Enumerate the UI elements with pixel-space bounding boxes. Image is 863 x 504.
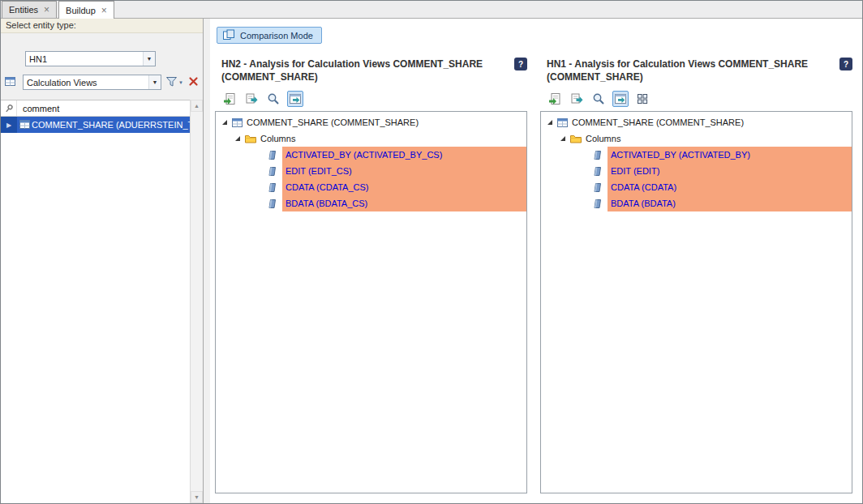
tree-folder-label: Columns: [586, 134, 620, 143]
panel-hn2-title: HN2 - Analysis for Calculation Views COM…: [221, 58, 514, 83]
view-type-dropdown[interactable]: Calculation Views ▼: [23, 75, 161, 90]
folder-icon: [570, 134, 582, 144]
clear-filter-icon: [188, 76, 199, 89]
entity-type-label: Select entity type:: [1, 19, 203, 33]
tree-node-columns[interactable]: Columns: [216, 130, 526, 147]
tree-node-root[interactable]: COMMENT_SHARE (COMMENT_SHARE): [216, 114, 526, 130]
help-icon[interactable]: ?: [839, 58, 852, 70]
tree-item-activated-by[interactable]: ACTIVATED_BY (ACTIVATED_BY_CS): [216, 147, 526, 163]
calculation-view-icon: [557, 117, 568, 128]
entity-dropdown-value: HN1: [26, 54, 143, 64]
tree-root-label: COMMENT_SHARE (COMMENT_SHARE): [247, 117, 419, 127]
tree-item-label[interactable]: ACTIVATED_BY (ACTIVATED_BY_CS): [282, 147, 526, 163]
help-icon[interactable]: ?: [514, 58, 527, 70]
export-forward-icon[interactable]: [243, 91, 260, 107]
expander-icon[interactable]: [234, 135, 241, 142]
column-icon: [268, 166, 277, 177]
app-window: Entities × Buildup × Select entity type:…: [0, 0, 863, 504]
view-type-dropdown-value: Calculation Views: [24, 78, 148, 88]
panel-hn1: HN1 - Analysis for Calculation Views COM…: [540, 58, 852, 493]
panel-hn1-title: HN1 - Analysis for Calculation Views COM…: [547, 58, 839, 83]
zoom-icon[interactable]: [590, 91, 607, 107]
panel-hn2-header: HN2 - Analysis for Calculation Views COM…: [215, 58, 527, 83]
sidebar-splitter[interactable]: [204, 19, 210, 503]
highlight-differences-icon[interactable]: [612, 91, 629, 107]
tree-item-cdata[interactable]: CDATA (CDATA): [541, 179, 852, 195]
folder-icon: [245, 134, 256, 144]
export-excel-icon[interactable]: [221, 91, 238, 107]
dropdown-arrow-icon[interactable]: ▼: [148, 75, 161, 89]
entity-table-header: comment: [1, 100, 191, 117]
table-row-label: COMMENT_SHARE (ADUERRSTEIN_T: [32, 120, 191, 130]
tab-entities-label: Entities: [9, 5, 38, 15]
tree-item-activated-by[interactable]: ACTIVATED_BY (ACTIVATED_BY): [541, 147, 852, 163]
calculation-view-icon: [232, 117, 243, 128]
filter-icon: [165, 75, 178, 90]
close-icon[interactable]: ×: [101, 6, 107, 15]
expander-icon[interactable]: [560, 135, 566, 142]
tree-node-columns[interactable]: Columns: [541, 130, 852, 147]
row-marker-icon: ▶: [1, 117, 17, 133]
panel-hn2-tree: COMMENT_SHARE (COMMENT_SHARE) Columns: [215, 111, 527, 493]
column-icon: [268, 182, 277, 193]
entity-dropdown[interactable]: HN1 ▼: [25, 51, 156, 66]
panel-hn2-toolbar: [215, 83, 527, 111]
calculation-view-icon: [5, 76, 15, 88]
comment-column-header[interactable]: comment: [17, 100, 191, 116]
tree-item-edit[interactable]: EDIT (EDIT_CS): [216, 163, 526, 179]
sidebar: Select entity type: HN1 ▼ Calculation Vi…: [1, 19, 204, 503]
export-forward-icon[interactable]: [569, 91, 585, 107]
tab-buildup[interactable]: Buildup ×: [58, 1, 114, 19]
tab-bar: Entities × Buildup ×: [1, 1, 862, 19]
tree-item-label[interactable]: CDATA (CDATA): [608, 179, 852, 195]
expander-icon[interactable]: [221, 119, 228, 126]
panel-hn1-header: HN1 - Analysis for Calculation Views COM…: [540, 58, 852, 83]
comparison-mode-button[interactable]: Comparison Mode: [217, 27, 322, 44]
column-icon: [268, 150, 277, 160]
tree-root-label: COMMENT_SHARE (COMMENT_SHARE): [572, 117, 744, 127]
sidebar-scrollbar[interactable]: ▲ ▼: [190, 100, 203, 503]
tab-buildup-label: Buildup: [66, 6, 96, 15]
calculation-view-icon: [19, 119, 30, 131]
panel-hn2: HN2 - Analysis for Calculation Views COM…: [215, 58, 527, 493]
panel-hn1-toolbar: [540, 83, 852, 111]
clear-filter-button[interactable]: [187, 76, 200, 89]
tab-entities[interactable]: Entities ×: [2, 1, 57, 18]
tree-item-edit[interactable]: EDIT (EDIT): [541, 163, 852, 179]
tree-item-label[interactable]: CDATA (CDATA_CS): [282, 179, 526, 195]
tree-item-bdata[interactable]: BDATA (BDATA_CS): [216, 195, 526, 211]
tree-node-root[interactable]: COMMENT_SHARE (COMMENT_SHARE): [541, 114, 852, 130]
column-icon: [593, 166, 603, 177]
column-icon: [593, 199, 603, 209]
highlight-differences-icon[interactable]: [287, 91, 303, 107]
tree-item-label[interactable]: BDATA (BDATA): [608, 195, 852, 211]
scroll-up-icon[interactable]: ▲: [191, 100, 203, 112]
grid-view-icon[interactable]: [634, 91, 650, 107]
tree-item-label[interactable]: ACTIVATED_BY (ACTIVATED_BY): [608, 147, 852, 163]
tree-item-label[interactable]: EDIT (EDIT_CS): [282, 163, 526, 179]
panel-hn1-tree: COMMENT_SHARE (COMMENT_SHARE) Columns: [540, 111, 852, 493]
scroll-down-icon[interactable]: ▼: [191, 491, 203, 503]
filter-button[interactable]: ▼: [165, 75, 184, 90]
close-icon[interactable]: ×: [44, 5, 49, 15]
tree-item-label[interactable]: EDIT (EDIT): [608, 163, 852, 179]
dropdown-arrow-icon: ▼: [178, 80, 183, 85]
comparison-mode-label: Comparison Mode: [240, 31, 313, 41]
tree-item-cdata[interactable]: CDATA (CDATA_CS): [216, 179, 526, 195]
expander-icon[interactable]: [547, 119, 553, 126]
dropdown-arrow-icon[interactable]: ▼: [143, 52, 155, 66]
comparison-panels: HN2 - Analysis for Calculation Views COM…: [215, 58, 852, 493]
tree-item-label[interactable]: BDATA (BDATA_CS): [282, 195, 526, 211]
main-area: Comparison Mode HN2 - Analysis for Calcu…: [210, 19, 862, 503]
zoom-icon[interactable]: [265, 91, 281, 107]
tree-folder-label: Columns: [260, 134, 295, 143]
pin-icon: [1, 100, 17, 116]
column-icon: [593, 182, 603, 193]
column-icon: [268, 199, 277, 209]
comparison-icon: [222, 28, 235, 43]
table-row[interactable]: ▶ COMMENT_SHARE (ADUERRSTEIN_T: [1, 117, 191, 133]
entity-table: comment ▶ COMMENT_SHARE (ADUERRSTEIN_T: [1, 100, 191, 503]
column-icon: [593, 150, 603, 160]
export-excel-icon[interactable]: [547, 91, 563, 107]
tree-item-bdata[interactable]: BDATA (BDATA): [541, 195, 852, 211]
